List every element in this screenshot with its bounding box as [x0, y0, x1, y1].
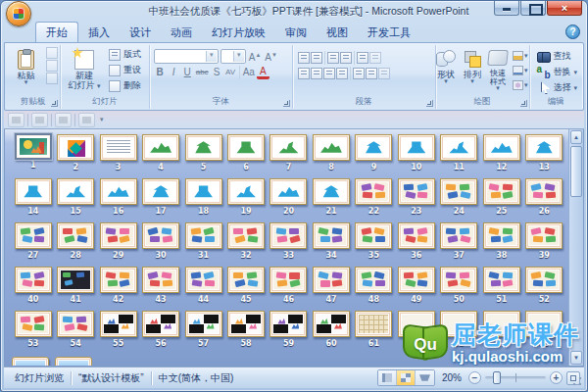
close-button[interactable]: ×: [547, 1, 582, 16]
slide-thumbnail-16[interactable]: [100, 178, 137, 205]
slide-thumbnail-54[interactable]: [57, 311, 94, 337]
slide-thumbnail-39[interactable]: [525, 222, 563, 249]
slide-thumbnail-43[interactable]: [142, 267, 179, 293]
bold-button[interactable]: B: [154, 66, 167, 79]
slide-thumbnail-26[interactable]: [525, 178, 563, 205]
slide-thumbnail-15[interactable]: [57, 178, 94, 205]
slide-thumbnail-32[interactable]: [227, 222, 265, 249]
normal-view-button[interactable]: [378, 370, 397, 385]
character-spacing-button[interactable]: AV: [224, 66, 237, 79]
slide-thumbnail-11[interactable]: [440, 134, 477, 161]
zoom-out-button[interactable]: −: [468, 371, 481, 384]
bullets-icon[interactable]: [298, 52, 310, 64]
slide-thumbnail-partial[interactable]: [55, 357, 92, 366]
tab-动画[interactable]: 动画: [161, 23, 202, 42]
tab-开始[interactable]: 开始: [35, 22, 78, 42]
slide-thumbnail-24[interactable]: [440, 178, 477, 205]
slide-thumbnail-57[interactable]: [185, 311, 222, 337]
slide-thumbnail-5[interactable]: [185, 134, 222, 161]
format-painter-icon[interactable]: [46, 73, 58, 84]
slide-thumbnail-25[interactable]: [483, 178, 520, 205]
change-case-button[interactable]: Aa: [242, 66, 256, 79]
numbering-icon[interactable]: [311, 52, 322, 64]
columns-icon[interactable]: [366, 68, 377, 79]
tab-插入[interactable]: 插入: [78, 23, 120, 42]
select-button[interactable]: 选择 ▾: [536, 80, 581, 95]
zoom-slider-thumb[interactable]: [493, 371, 501, 384]
replace-button[interactable]: 替换 ▾: [536, 65, 581, 79]
reset-button[interactable]: 重设: [108, 63, 144, 77]
align-right-icon[interactable]: [323, 68, 335, 79]
tab-幻灯片放映[interactable]: 幻灯片放映: [202, 23, 275, 42]
shape-fill-button[interactable]: ▾: [512, 49, 531, 62]
slide-thumbnail-46[interactable]: [270, 267, 307, 293]
line-spacing-icon[interactable]: [357, 52, 368, 64]
slide-thumbnail-50[interactable]: [440, 267, 477, 293]
slide-thumbnail-17[interactable]: [142, 178, 179, 205]
toolbar-icon-4[interactable]: [78, 113, 95, 127]
zoom-slider[interactable]: [485, 376, 546, 379]
slide-thumbnail-45[interactable]: [227, 267, 265, 293]
slide-thumbnail-33[interactable]: [270, 222, 307, 249]
italic-button[interactable]: I: [168, 66, 180, 79]
slide-thumbnail-14[interactable]: [15, 178, 52, 205]
font-dialog-launcher[interactable]: [283, 100, 290, 107]
slide-thumbnail-60[interactable]: [313, 311, 350, 337]
font-size-combo[interactable]: [220, 49, 246, 64]
slide-thumbnail-1[interactable]: [15, 133, 52, 160]
slide-thumbnail-13[interactable]: [525, 134, 563, 161]
font-color-button[interactable]: A: [257, 67, 270, 79]
scroll-up-arrow[interactable]: ▲: [570, 130, 582, 144]
find-button[interactable]: 查找: [536, 49, 581, 64]
office-button[interactable]: [6, 1, 31, 26]
justify-icon[interactable]: [336, 68, 348, 79]
slide-thumbnail-6[interactable]: [227, 134, 265, 161]
slide-thumbnail-36[interactable]: [398, 222, 435, 249]
slide-thumbnail-47[interactable]: [313, 267, 350, 293]
slide-thumbnail-27[interactable]: [15, 222, 52, 249]
slide-thumbnail-22[interactable]: [355, 178, 392, 205]
slide-thumbnail-55[interactable]: [100, 311, 137, 337]
slide-thumbnail-30[interactable]: [142, 222, 179, 249]
layout-button[interactable]: 版式: [108, 47, 144, 62]
slide-thumbnail-28[interactable]: [57, 222, 94, 249]
toolbar-icon-1[interactable]: [8, 113, 24, 127]
slide-thumbnail-51[interactable]: [483, 267, 520, 293]
slide-thumbnail-31[interactable]: [185, 222, 222, 249]
font-name-combo[interactable]: [154, 49, 219, 64]
slide-thumbnail-8[interactable]: [313, 134, 350, 161]
distributed-icon[interactable]: [353, 68, 365, 79]
slide-thumbnail-18[interactable]: [185, 178, 222, 205]
underline-button[interactable]: U: [181, 66, 194, 79]
slide-thumbnail-56[interactable]: [142, 311, 179, 337]
slide-thumbnail-19[interactable]: [227, 178, 265, 205]
slideshow-view-button[interactable]: [416, 370, 434, 385]
slide-thumbnail-52[interactable]: [525, 267, 563, 293]
slide-thumbnail-29[interactable]: [100, 222, 137, 249]
zoom-level[interactable]: 20%: [439, 372, 465, 383]
scrollbar-thumb[interactable]: [570, 146, 582, 197]
drawing-dialog-launcher[interactable]: [520, 100, 527, 107]
arrange-button[interactable]: 排列 ▾: [461, 47, 484, 86]
slide-thumbnail-59[interactable]: [270, 311, 307, 337]
slide-thumbnail-35[interactable]: [355, 222, 392, 249]
smartart-convert-icon[interactable]: [378, 68, 390, 79]
slide-thumbnail-41[interactable]: [57, 267, 94, 293]
slide-thumbnail-40[interactable]: [15, 267, 52, 293]
slide-thumbnail-21[interactable]: [313, 178, 350, 205]
minimize-button[interactable]: [494, 1, 519, 16]
quick-styles-button[interactable]: 快速样式 ▾: [486, 47, 510, 93]
tab-审阅[interactable]: 审阅: [275, 23, 317, 42]
tab-开发工具[interactable]: 开发工具: [358, 23, 420, 42]
slide-thumbnail-7[interactable]: [270, 134, 307, 161]
grow-font-button[interactable]: A▲: [248, 49, 263, 63]
slide-sorter-view-button[interactable]: [397, 370, 416, 385]
tab-设计[interactable]: 设计: [120, 23, 161, 42]
shape-effects-button[interactable]: ▾: [512, 78, 531, 91]
align-center-icon[interactable]: [311, 68, 322, 79]
slide-thumbnail-9[interactable]: [355, 134, 392, 161]
copy-icon[interactable]: [46, 60, 58, 72]
toolbar-icon-2[interactable]: [31, 113, 48, 127]
slide-thumbnail-4[interactable]: [142, 134, 179, 161]
slide-thumbnail-20[interactable]: [270, 178, 307, 205]
